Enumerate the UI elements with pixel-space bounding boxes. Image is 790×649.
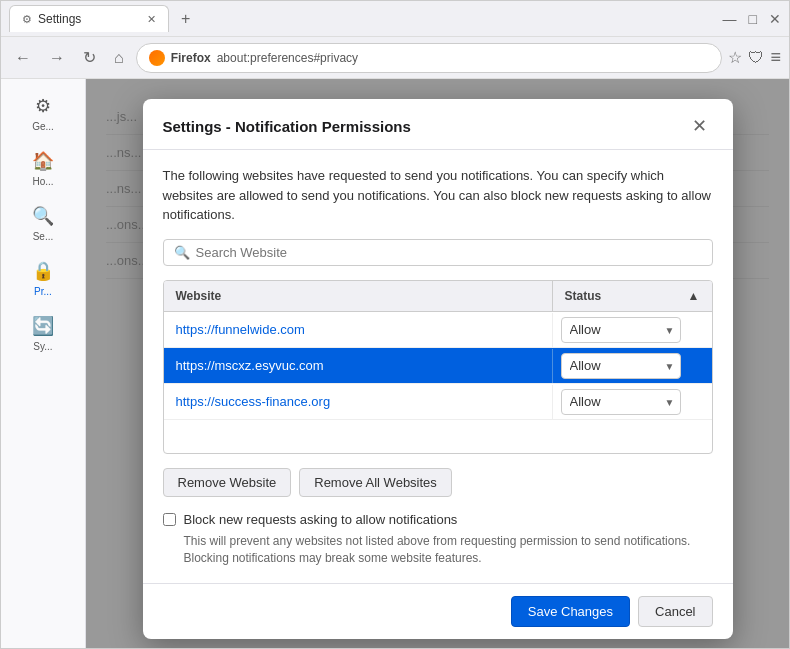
- window-maximize[interactable]: □: [749, 11, 757, 27]
- main-content: ...js... ...ns... ...ns... ...ons... ...…: [86, 79, 789, 648]
- address-url: about:preferences#privacy: [217, 51, 358, 65]
- save-changes-button[interactable]: Save Changes: [511, 596, 630, 627]
- status-select-wrapper-2: Allow Block ▼: [561, 353, 681, 379]
- col-status-header: Status ▲: [552, 281, 712, 311]
- sidebar-label-sync: Sy...: [33, 341, 52, 352]
- forward-button[interactable]: →: [43, 45, 71, 71]
- checkbox-sublabel: This will prevent any websites not liste…: [184, 533, 713, 567]
- status-dropdown-1[interactable]: Allow Block: [561, 317, 681, 343]
- modal-close-button[interactable]: ✕: [686, 115, 713, 137]
- status-select-wrapper-3: Allow Block ▼: [561, 389, 681, 415]
- block-requests-checkbox[interactable]: [163, 513, 176, 526]
- search-bar: 🔍: [163, 239, 713, 267]
- website-url-3: https://success-finance.org: [164, 386, 552, 417]
- modal-overlay: Settings - Notification Permissions ✕ Th…: [86, 79, 789, 648]
- shield-icon[interactable]: 🛡: [748, 49, 764, 67]
- table-empty-area: [164, 420, 712, 454]
- sidebar-label-privacy: Pr...: [34, 286, 52, 297]
- col-website-header: Website: [164, 281, 552, 311]
- table-header: Website Status ▲: [164, 281, 712, 312]
- websites-table: Website Status ▲ https://funnelwide.com: [163, 280, 713, 454]
- checkbox-label: Block new requests asking to allow notif…: [184, 511, 713, 529]
- status-cell-1: Allow Block ▼: [552, 313, 712, 347]
- sidebar-item-search[interactable]: 🔍 Se...: [5, 197, 81, 250]
- general-icon: ⚙: [35, 95, 51, 117]
- status-cell-3: Allow Block ▼: [552, 385, 712, 419]
- status-dropdown-2[interactable]: Allow Block: [561, 353, 681, 379]
- privacy-icon: 🔒: [32, 260, 54, 282]
- sidebar-item-sync[interactable]: 🔄 Sy...: [5, 307, 81, 360]
- tab-title: Settings: [38, 12, 81, 26]
- remove-website-button[interactable]: Remove Website: [163, 468, 292, 497]
- window-close[interactable]: ✕: [769, 11, 781, 27]
- browser-window: ⚙ Settings ✕ + — □ ✕ ← → ↻ ⌂ Firefox abo…: [0, 0, 790, 649]
- status-select-wrapper-1: Allow Block ▼: [561, 317, 681, 343]
- sort-arrow-icon[interactable]: ▲: [688, 289, 700, 303]
- content-area: ⚙ Ge... 🏠 Ho... 🔍 Se... 🔒 Pr... 🔄 Sy...: [1, 79, 789, 648]
- window-minimize[interactable]: —: [723, 11, 737, 27]
- notification-permissions-dialog: Settings - Notification Permissions ✕ Th…: [143, 99, 733, 639]
- nav-bar-right: ☆ 🛡 ≡: [728, 47, 781, 68]
- sidebar-item-privacy[interactable]: 🔒 Pr...: [5, 252, 81, 305]
- status-label: Status: [565, 289, 602, 303]
- sync-icon: 🔄: [32, 315, 54, 337]
- search-input[interactable]: [196, 245, 702, 260]
- tab-close-btn[interactable]: ✕: [147, 13, 156, 26]
- modal-header: Settings - Notification Permissions ✕: [143, 99, 733, 150]
- title-bar: ⚙ Settings ✕ + — □ ✕: [1, 1, 789, 37]
- sidebar-item-general[interactable]: ⚙ Ge...: [5, 87, 81, 140]
- website-url-2: https://mscxz.esyvuc.com: [164, 350, 552, 381]
- sidebar-item-home[interactable]: 🏠 Ho...: [5, 142, 81, 195]
- address-bar[interactable]: Firefox about:preferences#privacy: [136, 43, 723, 73]
- sidebar-label-search: Se...: [33, 231, 54, 242]
- sidebar-label-general: Ge...: [32, 121, 54, 132]
- active-tab[interactable]: ⚙ Settings ✕: [9, 5, 169, 32]
- back-button[interactable]: ←: [9, 45, 37, 71]
- modal-body: The following websites have requested to…: [143, 150, 733, 583]
- star-icon[interactable]: ☆: [728, 48, 742, 67]
- refresh-button[interactable]: ↻: [77, 44, 102, 71]
- modal-footer: Save Changes Cancel: [143, 583, 733, 639]
- search-icon: 🔍: [174, 245, 190, 260]
- nav-bar: ← → ↻ ⌂ Firefox about:preferences#privac…: [1, 37, 789, 79]
- sidebar-label-home: Ho...: [32, 176, 53, 187]
- remove-all-websites-button[interactable]: Remove All Websites: [299, 468, 452, 497]
- table-row[interactable]: https://mscxz.esyvuc.com Allow Block ▼: [164, 348, 712, 384]
- modal-description: The following websites have requested to…: [163, 166, 713, 225]
- cancel-button[interactable]: Cancel: [638, 596, 712, 627]
- menu-icon[interactable]: ≡: [770, 47, 781, 68]
- status-dropdown-3[interactable]: Allow Block: [561, 389, 681, 415]
- block-new-requests-row: Block new requests asking to allow notif…: [163, 511, 713, 567]
- website-url-1: https://funnelwide.com: [164, 314, 552, 345]
- new-tab-button[interactable]: +: [173, 6, 198, 32]
- action-buttons-row: Remove Website Remove All Websites: [163, 468, 713, 497]
- browser-label: Firefox: [171, 51, 211, 65]
- sidebar: ⚙ Ge... 🏠 Ho... 🔍 Se... 🔒 Pr... 🔄 Sy...: [1, 79, 86, 648]
- home-button[interactable]: ⌂: [108, 45, 130, 71]
- home-icon: 🏠: [32, 150, 54, 172]
- table-row[interactable]: https://funnelwide.com Allow Block ▼: [164, 312, 712, 348]
- window-controls: — □ ✕: [723, 11, 781, 27]
- firefox-logo-icon: [149, 50, 165, 66]
- checkbox-text-area: Block new requests asking to allow notif…: [184, 511, 713, 567]
- tab-bar: ⚙ Settings ✕ +: [9, 5, 198, 32]
- settings-tab-icon: ⚙: [22, 13, 32, 26]
- table-row[interactable]: https://success-finance.org Allow Block …: [164, 384, 712, 420]
- modal-title: Settings - Notification Permissions: [163, 118, 411, 135]
- status-cell-2: Allow Block ▼: [552, 349, 712, 383]
- search-nav-icon: 🔍: [32, 205, 54, 227]
